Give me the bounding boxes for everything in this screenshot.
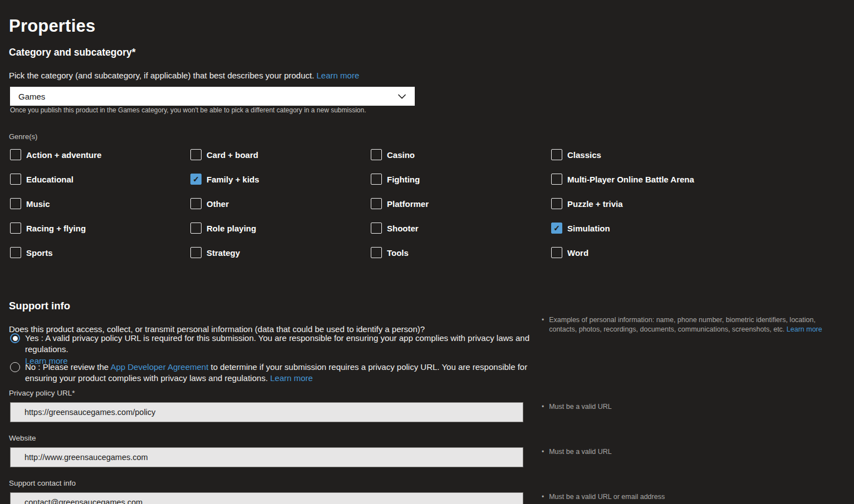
check-icon: ✓ (553, 224, 560, 232)
checkbox-unchecked-icon[interactable] (551, 149, 562, 160)
checkbox-unchecked-icon[interactable] (190, 149, 202, 160)
genre-item[interactable]: Platformer (371, 198, 551, 209)
category-lock-note: Once you publish this product in the Gam… (10, 106, 366, 114)
support-section-heading: Support info (9, 300, 70, 312)
checkbox-unchecked-icon[interactable] (551, 174, 562, 185)
contact-hint-text: Must be a valid URL or email address (549, 492, 665, 502)
checkbox-unchecked-icon[interactable] (371, 223, 382, 234)
genre-item[interactable]: Casino (371, 149, 551, 160)
genre-item-label: Educational (26, 175, 73, 184)
genre-item-label: Puzzle + trivia (567, 199, 623, 209)
support-contact-info-label: Support contact info (9, 479, 76, 487)
genre-item[interactable]: Other (190, 198, 371, 209)
category-section-heading: Category and subcategory* (9, 47, 136, 58)
checkbox-unchecked-icon[interactable] (10, 174, 21, 185)
radio-dot-icon (13, 336, 18, 341)
genre-item-label: Role playing (207, 224, 256, 233)
genre-item-label: Sports (26, 248, 53, 258)
genre-item[interactable]: Word (551, 247, 732, 258)
checkbox-unchecked-icon[interactable] (551, 247, 562, 258)
genre-item-label: Word (567, 248, 588, 258)
genre-item-label: Other (207, 199, 229, 209)
checkbox-unchecked-icon[interactable] (10, 198, 21, 209)
privacy-url-hint-text: Must be a valid URL (549, 402, 612, 412)
checkbox-unchecked-icon[interactable] (371, 149, 382, 160)
checkbox-checked-icon[interactable]: ✓ (551, 223, 562, 234)
genre-item[interactable]: Tools (371, 247, 551, 258)
website-hint: • Must be a valid URL (542, 447, 764, 457)
chevron-down-icon (397, 94, 406, 99)
genre-item-label: Tools (387, 248, 409, 258)
genre-item-label: Fighting (387, 175, 420, 184)
genre-item[interactable]: Puzzle + trivia (551, 198, 732, 209)
category-description: Pick the category (and subcategory, if a… (9, 71, 359, 80)
genre-item[interactable]: ✓Simulation (551, 223, 732, 234)
genre-item[interactable]: Shooter (371, 223, 551, 234)
genre-item-label: Shooter (387, 224, 419, 233)
radio-no-text-before: No : Please review the (25, 362, 110, 372)
genre-item-label: Strategy (207, 248, 240, 258)
genre-item[interactable]: Classics (551, 149, 732, 160)
genre-item[interactable]: Sports (10, 247, 190, 258)
genre-item-label: Racing + flying (26, 224, 86, 233)
checkbox-unchecked-icon[interactable] (371, 247, 382, 258)
genre-item-label: Card + board (207, 150, 258, 160)
genre-item[interactable]: Action + adventure (10, 149, 190, 160)
support-contact-info-input[interactable] (10, 492, 523, 504)
radio-no-label: No : Please review the App Developer Agr… (25, 362, 528, 384)
app-developer-agreement-link[interactable]: App Developer Agreement (110, 362, 208, 372)
contact-hint: • Must be a valid URL or email address (542, 492, 764, 502)
genre-item-label: Classics (567, 150, 601, 160)
checkbox-unchecked-icon[interactable] (190, 247, 202, 258)
genre-item-label: Platformer (387, 199, 429, 209)
checkbox-unchecked-icon[interactable] (10, 247, 21, 258)
checkbox-unchecked-icon[interactable] (371, 198, 382, 209)
genre-item[interactable]: Role playing (190, 223, 371, 234)
genre-item-label: Simulation (567, 224, 610, 233)
genre-item[interactable]: ✓Family + kids (190, 174, 371, 185)
privacy-url-hint: • Must be a valid URL (542, 402, 764, 412)
bullet-icon: • (542, 492, 544, 502)
checkbox-unchecked-icon[interactable] (10, 149, 21, 160)
bullet-icon: • (542, 315, 544, 334)
personal-info-learn-more-link[interactable]: Learn more (787, 325, 822, 333)
genre-group-label: Genre(s) (9, 132, 37, 141)
genre-item[interactable]: Card + board (190, 149, 371, 160)
personal-info-hint-text: Examples of personal information: name, … (549, 315, 838, 334)
checkbox-unchecked-icon[interactable] (10, 223, 21, 234)
genre-item[interactable]: Racing + flying (10, 223, 190, 234)
genre-item-label: Action + adventure (26, 150, 101, 160)
bullet-icon: • (542, 447, 544, 457)
radio-option-no[interactable]: No : Please review the App Developer Agr… (10, 362, 528, 384)
bullet-icon: • (542, 402, 544, 412)
genre-item[interactable]: Fighting (371, 174, 551, 185)
website-input[interactable] (10, 447, 523, 467)
category-dropdown-value: Games (18, 92, 45, 101)
checkbox-checked-icon[interactable]: ✓ (190, 174, 202, 185)
genre-item[interactable]: Music (10, 198, 190, 209)
genre-checkbox-grid: Action + adventureCard + boardCasinoClas… (10, 149, 732, 258)
website-hint-text: Must be a valid URL (549, 447, 612, 457)
no-learn-more-link[interactable]: Learn more (270, 373, 313, 383)
genre-item-label: Music (26, 199, 50, 209)
genre-item-label: Multi-Player Online Battle Arena (567, 175, 694, 184)
privacy-policy-url-input[interactable] (10, 402, 523, 422)
privacy-policy-url-label: Privacy policy URL* (9, 389, 75, 397)
checkbox-unchecked-icon[interactable] (551, 198, 562, 209)
website-label: Website (9, 434, 36, 442)
checkbox-unchecked-icon[interactable] (190, 198, 202, 209)
genre-item-label: Casino (387, 150, 415, 160)
checkbox-unchecked-icon[interactable] (190, 223, 202, 234)
genre-item-label: Family + kids (207, 175, 259, 184)
radio-yes-text: Yes : A valid privacy policy URL is requ… (25, 333, 529, 354)
radio-icon[interactable] (10, 362, 20, 372)
genre-item[interactable]: Multi-Player Online Battle Arena (551, 174, 732, 185)
category-dropdown[interactable]: Games (10, 87, 415, 106)
properties-page: Properties Category and subcategory* Pic… (0, 0, 854, 504)
radio-icon[interactable] (10, 333, 20, 343)
category-learn-more-link[interactable]: Learn more (317, 71, 360, 80)
checkbox-unchecked-icon[interactable] (371, 174, 382, 185)
category-description-text: Pick the category (and subcategory, if a… (9, 71, 314, 80)
genre-item[interactable]: Strategy (190, 247, 371, 258)
genre-item[interactable]: Educational (10, 174, 190, 185)
